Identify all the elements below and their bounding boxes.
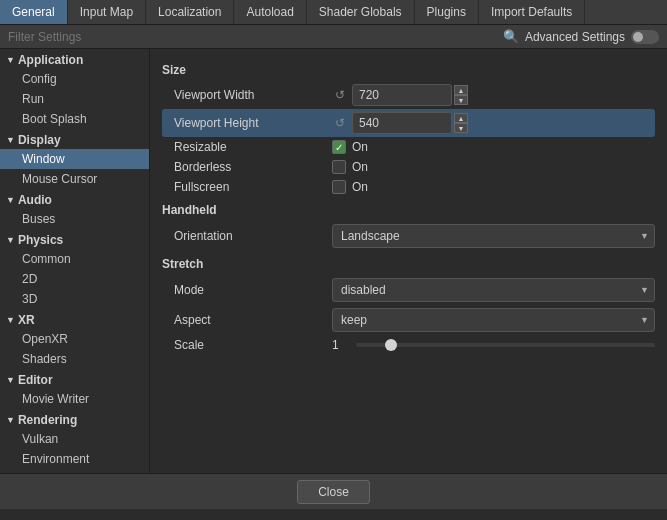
aspect-select[interactable]: keep ignore expand keep_width keep_heigh… (332, 308, 655, 332)
scale-row: Scale 1 (162, 335, 655, 355)
viewport-width-spin-up[interactable]: ▲ (454, 85, 468, 95)
search-icon: 🔍 (503, 29, 519, 44)
sidebar-item-buses[interactable]: Buses (0, 209, 149, 229)
tab-localization[interactable]: Localization (146, 0, 234, 24)
sidebar-item-openxr[interactable]: OpenXR (0, 329, 149, 349)
orientation-select[interactable]: Landscape Portrait (332, 224, 655, 248)
viewport-width-spin-down[interactable]: ▼ (454, 95, 468, 105)
tab-autoload[interactable]: Autoload (234, 0, 306, 24)
sidebar-item-3d[interactable]: 3D (0, 289, 149, 309)
viewport-width-label: Viewport Width (162, 88, 332, 102)
arrow-icon: ▼ (6, 315, 15, 325)
viewport-width-row: Viewport Width ↺ ▲ ▼ (162, 81, 655, 109)
filter-input[interactable] (8, 30, 308, 44)
viewport-height-reset[interactable]: ↺ (332, 115, 348, 131)
sidebar-section-application[interactable]: ▼ Application (0, 49, 149, 69)
viewport-width-input-wrapper: ▲ ▼ (352, 84, 468, 106)
sidebar-section-display-label: Display (18, 133, 61, 147)
sidebar-item-run[interactable]: Run (0, 89, 149, 109)
orientation-label: Orientation (162, 229, 332, 243)
sidebar-item-boot-splash[interactable]: Boot Splash (0, 109, 149, 129)
aspect-value: keep ignore expand keep_width keep_heigh… (332, 308, 655, 332)
tab-shader-globals[interactable]: Shader Globals (307, 0, 415, 24)
scale-slider-wrapper: 1 (332, 338, 655, 352)
tab-plugins[interactable]: Plugins (415, 0, 479, 24)
scale-number: 1 (332, 338, 352, 352)
aspect-label: Aspect (162, 313, 332, 327)
mode-label: Mode (162, 283, 332, 297)
sidebar-item-common[interactable]: Common (0, 249, 149, 269)
filter-bar: 🔍 Advanced Settings (0, 25, 667, 49)
sidebar-section-editor-label: Editor (18, 373, 53, 387)
viewport-width-value: ↺ ▲ ▼ (332, 84, 655, 106)
sidebar-section-editor[interactable]: ▼ Editor (0, 369, 149, 389)
resizable-checkbox[interactable]: ✓ (332, 140, 346, 154)
sidebar-section-application-label: Application (18, 53, 83, 67)
viewport-height-spinners: ▲ ▼ (454, 113, 468, 133)
viewport-height-label: Viewport Height (162, 116, 332, 130)
borderless-checkbox[interactable] (332, 160, 346, 174)
handheld-header: Handheld (162, 203, 655, 217)
sidebar-section-xr-label: XR (18, 313, 35, 327)
arrow-icon: ▼ (6, 135, 15, 145)
sidebar-item-2d[interactable]: 2D (0, 269, 149, 289)
fullscreen-checkbox-wrapper: On (332, 180, 368, 194)
viewport-height-row: Viewport Height ↺ ▲ ▼ (162, 109, 655, 137)
resizable-row: Resizable ✓ On (162, 137, 655, 157)
sidebar-section-rendering-label: Rendering (18, 413, 77, 427)
sidebar-item-movie-writer[interactable]: Movie Writer (0, 389, 149, 409)
sidebar-section-display[interactable]: ▼ Display (0, 129, 149, 149)
stretch-header: Stretch (162, 257, 655, 271)
sidebar-section-audio[interactable]: ▼ Audio (0, 189, 149, 209)
content-area: Size Viewport Width ↺ ▲ ▼ Viewport Heigh… (150, 49, 667, 473)
tab-general[interactable]: General (0, 0, 68, 24)
sidebar-item-vulkan[interactable]: Vulkan (0, 429, 149, 449)
sidebar-section-rendering[interactable]: ▼ Rendering (0, 409, 149, 429)
tab-input-map[interactable]: Input Map (68, 0, 146, 24)
viewport-height-value: ↺ ▲ ▼ (332, 112, 655, 134)
borderless-checkbox-wrapper: On (332, 160, 368, 174)
viewport-width-input[interactable] (352, 84, 452, 106)
sidebar-item-config[interactable]: Config (0, 69, 149, 89)
fullscreen-checkbox[interactable] (332, 180, 346, 194)
mode-select[interactable]: disabled canvas_items viewport (332, 278, 655, 302)
borderless-label: Borderless (162, 160, 332, 174)
fullscreen-value: On (332, 180, 655, 194)
scale-slider[interactable] (356, 343, 655, 347)
sidebar-section-xr[interactable]: ▼ XR (0, 309, 149, 329)
viewport-width-spinners: ▲ ▼ (454, 85, 468, 105)
close-button[interactable]: Close (297, 480, 370, 504)
arrow-icon: ▼ (6, 235, 15, 245)
viewport-height-spin-down[interactable]: ▼ (454, 123, 468, 133)
arrow-icon: ▼ (6, 195, 15, 205)
sidebar-item-environment[interactable]: Environment (0, 449, 149, 469)
viewport-height-input[interactable] (352, 112, 452, 134)
sidebar-item-mouse-cursor[interactable]: Mouse Cursor (0, 169, 149, 189)
main-layout: ▼ Application Config Run Boot Splash ▼ D… (0, 49, 667, 473)
viewport-height-spin-up[interactable]: ▲ (454, 113, 468, 123)
sidebar-item-shaders[interactable]: Shaders (0, 349, 149, 369)
mode-row: Mode disabled canvas_items viewport ▼ (162, 275, 655, 305)
aspect-select-wrapper: keep ignore expand keep_width keep_heigh… (332, 308, 655, 332)
resizable-value: ✓ On (332, 140, 655, 154)
borderless-value: On (332, 160, 655, 174)
sidebar-section-physics-label: Physics (18, 233, 63, 247)
advanced-settings-toggle[interactable] (631, 30, 659, 44)
scale-value: 1 (332, 338, 655, 352)
arrow-icon: ▼ (6, 415, 15, 425)
borderless-row: Borderless On (162, 157, 655, 177)
sidebar-section-audio-label: Audio (18, 193, 52, 207)
orientation-value: Landscape Portrait ▼ (332, 224, 655, 248)
aspect-row: Aspect keep ignore expand keep_width kee… (162, 305, 655, 335)
mode-value: disabled canvas_items viewport ▼ (332, 278, 655, 302)
resizable-label: Resizable (162, 140, 332, 154)
sidebar-item-window[interactable]: Window (0, 149, 149, 169)
size-header: Size (162, 63, 655, 77)
tab-bar: General Input Map Localization Autoload … (0, 0, 667, 25)
viewport-width-reset[interactable]: ↺ (332, 87, 348, 103)
resizable-on-label: On (352, 140, 368, 154)
viewport-height-input-wrapper: ▲ ▼ (352, 112, 468, 134)
sidebar-section-physics[interactable]: ▼ Physics (0, 229, 149, 249)
tab-import-defaults[interactable]: Import Defaults (479, 0, 585, 24)
bottom-bar: Close (0, 473, 667, 509)
